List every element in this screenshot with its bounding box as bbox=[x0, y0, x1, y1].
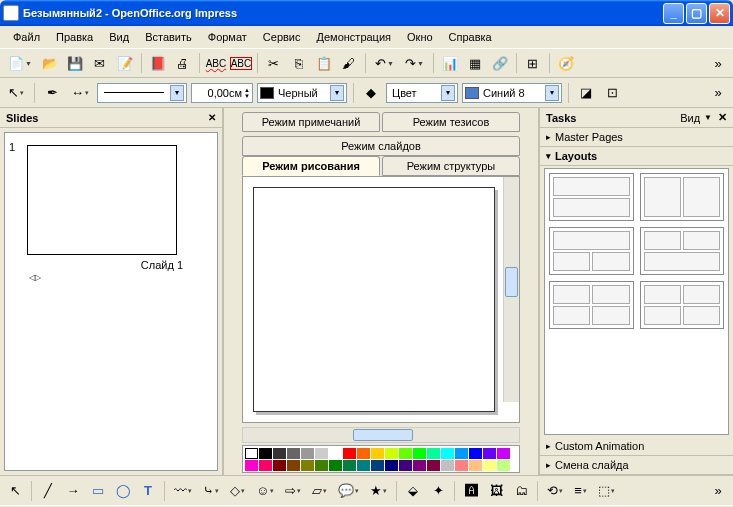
export-pdf-button[interactable]: 📕 bbox=[147, 52, 169, 74]
tab-notes[interactable]: Режим примечаний bbox=[242, 112, 380, 132]
palette-swatch[interactable] bbox=[413, 448, 426, 459]
menu-view[interactable]: Вид bbox=[102, 29, 136, 45]
palette-swatch[interactable] bbox=[301, 460, 314, 471]
palette-swatch[interactable] bbox=[287, 448, 300, 459]
palette-swatch[interactable] bbox=[469, 448, 482, 459]
spellcheck-button[interactable]: ABC bbox=[205, 52, 227, 74]
palette-swatch[interactable] bbox=[497, 460, 510, 471]
area-fill-button[interactable]: ◆ bbox=[360, 82, 382, 104]
menu-help[interactable]: Справка bbox=[442, 29, 499, 45]
palette-swatch[interactable] bbox=[287, 472, 300, 473]
palette-swatch[interactable] bbox=[315, 448, 328, 459]
palette-swatch[interactable] bbox=[315, 460, 328, 471]
palette-swatch[interactable] bbox=[371, 460, 384, 471]
palette-swatch[interactable] bbox=[329, 460, 342, 471]
palette-swatch[interactable] bbox=[259, 472, 272, 473]
tasks-view-menu[interactable]: Вид bbox=[680, 112, 700, 124]
fill-color-combo[interactable]: Синий 8 ▾ bbox=[462, 83, 562, 103]
menu-format[interactable]: Формат bbox=[201, 29, 254, 45]
layout-option[interactable] bbox=[549, 173, 634, 221]
palette-swatch[interactable] bbox=[413, 460, 426, 471]
palette-swatch[interactable] bbox=[245, 472, 258, 473]
format-paintbrush-button[interactable]: 🖌 bbox=[338, 52, 360, 74]
rectangle-tool[interactable]: ▭ bbox=[87, 480, 109, 502]
menu-insert[interactable]: Вставить bbox=[138, 29, 199, 45]
palette-swatch[interactable] bbox=[315, 472, 328, 473]
line-width-input[interactable]: 0,00см ▲▼ bbox=[191, 83, 253, 103]
from-file-tool[interactable]: 🖼 bbox=[485, 480, 507, 502]
arrange-tool[interactable]: ⬚▾ bbox=[594, 480, 619, 502]
section-layouts[interactable]: ▾ Layouts bbox=[540, 147, 733, 166]
curve-tool[interactable]: 〰▾ bbox=[170, 480, 196, 502]
rotate-tool[interactable]: ⟲▾ bbox=[543, 480, 567, 502]
palette-swatch[interactable] bbox=[441, 460, 454, 471]
block-arrows-tool[interactable]: ⇨▾ bbox=[281, 480, 305, 502]
palette-swatch[interactable] bbox=[455, 460, 468, 471]
points-tool[interactable]: ⬙ bbox=[402, 480, 424, 502]
navigator-button[interactable]: 🧭 bbox=[555, 52, 577, 74]
palette-swatch[interactable] bbox=[287, 460, 300, 471]
menu-edit[interactable]: Правка bbox=[49, 29, 100, 45]
tab-slides[interactable]: Режим слайдов bbox=[242, 136, 520, 156]
palette-swatch[interactable] bbox=[273, 472, 286, 473]
tab-outline[interactable]: Режим структуры bbox=[382, 156, 520, 176]
palette-swatch[interactable] bbox=[357, 460, 370, 471]
table-button[interactable]: ▦ bbox=[464, 52, 486, 74]
layout-option[interactable] bbox=[549, 227, 634, 275]
palette-swatch[interactable] bbox=[469, 460, 482, 471]
ellipse-tool[interactable]: ◯ bbox=[112, 480, 134, 502]
layout-option[interactable] bbox=[640, 227, 725, 275]
new-button[interactable]: 📄▼ bbox=[4, 52, 36, 74]
connector-tool[interactable]: ⤷▾ bbox=[199, 480, 223, 502]
redo-button[interactable]: ↷▼ bbox=[401, 52, 428, 74]
palette-swatch[interactable] bbox=[455, 448, 468, 459]
basic-shapes-tool[interactable]: ◇▾ bbox=[226, 480, 249, 502]
palette-swatch[interactable] bbox=[399, 460, 412, 471]
palette-swatch[interactable] bbox=[273, 460, 286, 471]
tab-drawing[interactable]: Режим рисования bbox=[242, 156, 380, 176]
palette-swatch[interactable] bbox=[427, 460, 440, 471]
palette-swatch[interactable] bbox=[371, 448, 384, 459]
menu-file[interactable]: Файл bbox=[6, 29, 47, 45]
fill-type-combo[interactable]: Цвет ▾ bbox=[386, 83, 458, 103]
section-master-pages[interactable]: ▸ Master Pages bbox=[540, 128, 733, 147]
palette-swatch[interactable] bbox=[343, 472, 356, 473]
arrow-line-tool[interactable]: → bbox=[62, 480, 84, 502]
line-style-button[interactable]: ✒ bbox=[41, 82, 63, 104]
tab-handout[interactable]: Режим тезисов bbox=[382, 112, 520, 132]
symbol-shapes-tool[interactable]: ☺▾ bbox=[252, 480, 278, 502]
slide-canvas[interactable] bbox=[253, 187, 495, 412]
slides-panel-close-icon[interactable]: ✕ bbox=[208, 112, 216, 123]
callout-tool[interactable]: 💬▾ bbox=[334, 480, 363, 502]
gluepoints-tool[interactable]: ✦ bbox=[427, 480, 449, 502]
undo-button[interactable]: ↶▼ bbox=[371, 52, 398, 74]
palette-swatch[interactable] bbox=[245, 460, 258, 471]
palette-swatch[interactable] bbox=[329, 472, 342, 473]
horizontal-scrollbar[interactable] bbox=[242, 427, 520, 443]
palette-swatch[interactable] bbox=[441, 448, 454, 459]
section-custom-animation[interactable]: ▸ Custom Animation bbox=[540, 437, 733, 456]
text-tool[interactable]: T bbox=[137, 480, 159, 502]
palette-swatch[interactable] bbox=[343, 460, 356, 471]
grid-button[interactable]: ⊞ bbox=[522, 52, 544, 74]
palette-swatch[interactable] bbox=[259, 460, 272, 471]
palette-swatch[interactable] bbox=[483, 460, 496, 471]
print-button[interactable]: 🖨 bbox=[172, 52, 194, 74]
layout-option[interactable] bbox=[640, 173, 725, 221]
palette-swatch[interactable] bbox=[273, 448, 286, 459]
menu-tools[interactable]: Сервис bbox=[256, 29, 308, 45]
minimize-button[interactable]: _ bbox=[663, 3, 684, 24]
line-style-combo[interactable]: ▾ bbox=[97, 83, 187, 103]
palette-swatch[interactable] bbox=[497, 448, 510, 459]
crop-button[interactable]: ⊡ bbox=[601, 82, 623, 104]
palette-swatch[interactable] bbox=[427, 448, 440, 459]
stars-tool[interactable]: ★▾ bbox=[366, 480, 391, 502]
palette-swatch[interactable] bbox=[399, 448, 412, 459]
chart-button[interactable]: 📊 bbox=[439, 52, 461, 74]
save-button[interactable]: 💾 bbox=[64, 52, 86, 74]
line-color-combo[interactable]: Черный ▾ bbox=[257, 83, 347, 103]
menu-window[interactable]: Окно bbox=[400, 29, 440, 45]
palette-swatch[interactable] bbox=[301, 448, 314, 459]
palette-no-fill[interactable] bbox=[245, 448, 258, 459]
palette-swatch[interactable] bbox=[357, 448, 370, 459]
